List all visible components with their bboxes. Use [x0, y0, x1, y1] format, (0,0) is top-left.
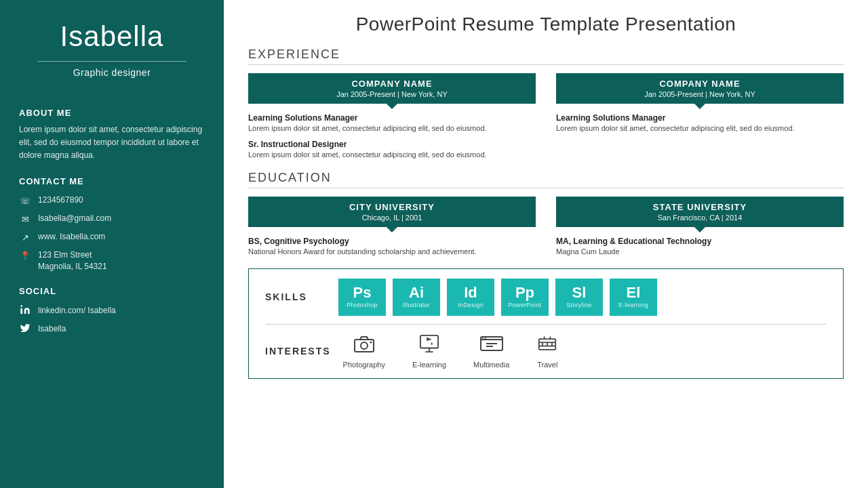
- social-twitter: Isabella: [19, 323, 205, 336]
- social-label: SOCIAL: [19, 286, 205, 296]
- email-icon: ✉: [19, 214, 31, 226]
- about-label: ABOUT ME: [19, 108, 205, 118]
- contact-email-text: Isabella@gmail.com: [38, 213, 111, 224]
- contact-address-text: 123 Elm StreetMagnolia, IL 54321: [38, 249, 107, 272]
- edu-desc-left: National Honors Award for outstanding sc…: [248, 246, 536, 258]
- education-right: STATE UNIVERSITY San Francisco, CA | 201…: [556, 197, 844, 258]
- edu-name-left: CITY UNIVERSITY: [256, 202, 528, 212]
- interest-multimedia-label: Multimedia: [473, 361, 509, 369]
- sidebar: Isabella Graphic designer ABOUT ME Lorem…: [0, 0, 224, 488]
- web-icon: ↗: [19, 232, 31, 244]
- sidebar-job-title: Graphic designer: [19, 67, 205, 78]
- social-list: linkedin.com/ Isabella Isabella: [19, 304, 205, 336]
- interest-photography: Photography: [343, 334, 385, 369]
- svg-point-4: [370, 341, 372, 343]
- job-desc-2: Lorem ipsum dolor sit amet, consectetur …: [248, 149, 536, 161]
- linkedin-text: linkedin.com/ Isabella: [38, 306, 116, 315]
- camera-icon: [353, 334, 375, 358]
- contact-phone-text: 1234567890: [38, 195, 83, 206]
- edu-meta-right: San Francisco, CA | 2014: [564, 214, 835, 222]
- job-title-right-1: Learning Solutions Manager: [556, 113, 844, 123]
- svg-point-7: [482, 338, 484, 339]
- education-left: CITY UNIVERSITY Chicago, IL | 2001 BS, C…: [248, 197, 536, 258]
- edu-meta-left: Chicago, IL | 2001: [256, 214, 528, 222]
- skill-elearning: El E-learning: [610, 279, 657, 316]
- edu-detail-left: BS, Cognitive Psychology National Honors…: [248, 237, 536, 258]
- skill-illustrator: Ai Illustrator: [393, 279, 440, 316]
- skills-row: SKILLS Ps Photoshop Ai Illustrator Id In…: [265, 279, 827, 325]
- contact-label: CONTACT ME: [19, 176, 205, 186]
- edu-header-right: STATE UNIVERSITY San Francisco, CA | 201…: [556, 197, 844, 227]
- svg-point-1: [20, 305, 22, 307]
- experience-columns: COMPANY NAME Jan 2005-Present | New York…: [248, 73, 844, 160]
- edu-degree-right: MA, Learning & Educational Technology: [556, 237, 844, 246]
- contact-list: ☏ 1234567890 ✉ Isabella@gmail.com ↗ www.…: [19, 195, 205, 272]
- edu-name-right: STATE UNIVERSITY: [564, 202, 835, 212]
- skill-powerpoint: Pp PowerPoint: [501, 279, 549, 316]
- job-entry-1: Learning Solutions Manager Lorem ipsum d…: [248, 113, 536, 134]
- job-desc-right-1: Lorem ipsum dolor sit amet, consectetur …: [556, 123, 844, 134]
- elearning-icon: [418, 334, 440, 358]
- interest-travel: Travel: [536, 334, 558, 369]
- experience-left: COMPANY NAME Jan 2005-Present | New York…: [248, 73, 536, 160]
- company-header-right: COMPANY NAME Jan 2005-Present | New York…: [556, 73, 844, 104]
- location-icon: 📍: [19, 250, 31, 262]
- company-name-right: COMPANY NAME: [564, 79, 835, 89]
- social-linkedin: linkedin.com/ Isabella: [19, 304, 205, 317]
- job-list-right: Learning Solutions Manager Lorem ipsum d…: [556, 113, 844, 134]
- contact-address: 📍 123 Elm StreetMagnolia, IL 54321: [19, 249, 205, 272]
- svg-point-8: [485, 338, 486, 339]
- skill-indesign: Id InDesign: [447, 279, 494, 316]
- interests-label: INTERESTS: [265, 346, 331, 357]
- multimedia-icon: [479, 334, 504, 358]
- linkedin-icon: [19, 304, 31, 317]
- job-entry-2: Sr. Instructional Designer Lorem ipsum d…: [248, 140, 536, 161]
- contact-web-text: www. Isabella.com: [38, 231, 105, 243]
- about-text: Lorem ipsum dolor sit amet, consectetur …: [19, 123, 205, 163]
- contact-email: ✉ Isabella@gmail.com: [19, 213, 205, 226]
- contact-phone: ☏ 1234567890: [19, 195, 205, 207]
- svg-rect-5: [420, 335, 438, 348]
- svg-point-3: [361, 342, 368, 349]
- interest-multimedia: Multimedia: [473, 334, 509, 369]
- job-desc-1: Lorem ipsum dolor sit amet, consectetur …: [248, 123, 536, 134]
- education-columns: CITY UNIVERSITY Chicago, IL | 2001 BS, C…: [248, 197, 844, 258]
- skill-photoshop: Ps Photoshop: [338, 279, 386, 316]
- job-title-1: Learning Solutions Manager: [248, 113, 536, 123]
- skills-interests-box: SKILLS Ps Photoshop Ai Illustrator Id In…: [248, 268, 844, 379]
- skills-label: SKILLS: [265, 291, 326, 302]
- skill-icons: Ps Photoshop Ai Illustrator Id InDesign …: [338, 279, 657, 316]
- phone-icon: ☏: [19, 195, 31, 207]
- sidebar-divider: [37, 61, 186, 62]
- svg-rect-0: [20, 308, 22, 314]
- interest-elearning: E-learning: [412, 334, 446, 369]
- main-content: PowerPoint Resume Template Presentation …: [224, 0, 868, 488]
- travel-icon: [536, 334, 558, 358]
- edu-detail-right: MA, Learning & Educational Technology Ma…: [556, 237, 844, 258]
- twitter-text: Isabella: [38, 324, 66, 333]
- page-title: PowerPoint Resume Template Presentation: [248, 14, 844, 35]
- job-entry-right-1: Learning Solutions Manager Lorem ipsum d…: [556, 113, 844, 134]
- company-meta-right: Jan 2005-Present | New York, NY: [564, 90, 835, 98]
- interests-row: INTERESTS Photography: [265, 334, 827, 369]
- skill-storyline: Sl Storyline: [555, 279, 603, 316]
- interest-photography-label: Photography: [343, 361, 385, 369]
- interest-items: Photography E-learning: [343, 334, 559, 369]
- experience-section-label: EXPERIENCE: [248, 47, 844, 65]
- sidebar-name: Isabella: [19, 20, 205, 53]
- company-header-left: COMPANY NAME Jan 2005-Present | New York…: [248, 73, 536, 104]
- company-name-left: COMPANY NAME: [256, 79, 528, 89]
- job-list-left: Learning Solutions Manager Lorem ipsum d…: [248, 113, 536, 160]
- contact-web: ↗ www. Isabella.com: [19, 231, 205, 244]
- interest-elearning-label: E-learning: [412, 361, 446, 369]
- interest-travel-label: Travel: [537, 361, 557, 369]
- job-title-2: Sr. Instructional Designer: [248, 140, 536, 149]
- edu-degree-left: BS, Cognitive Psychology: [248, 237, 536, 246]
- edu-desc-right: Magna Cum Laude: [556, 246, 844, 258]
- company-meta-left: Jan 2005-Present | New York, NY: [256, 90, 528, 98]
- education-section-label: EDUCATION: [248, 171, 844, 188]
- experience-right: COMPANY NAME Jan 2005-Present | New York…: [556, 73, 844, 160]
- edu-header-left: CITY UNIVERSITY Chicago, IL | 2001: [248, 197, 536, 227]
- twitter-icon: [19, 323, 31, 336]
